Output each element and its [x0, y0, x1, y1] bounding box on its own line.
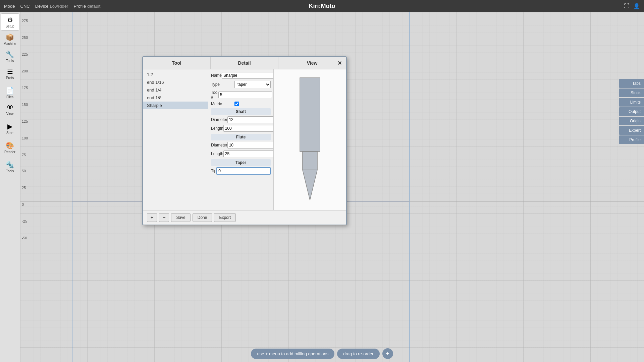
- sidebar-label-start: Start: [6, 131, 13, 135]
- tab-output[interactable]: Output: [619, 107, 644, 116]
- name-row: Name: [211, 72, 271, 79]
- mode-menu[interactable]: Mode: [4, 4, 15, 9]
- user-icon[interactable]: 👤: [633, 3, 640, 9]
- flute-length-label: Length: [211, 152, 223, 156]
- start-icon: ▶: [7, 122, 12, 130]
- save-button[interactable]: Save: [171, 213, 190, 222]
- type-select[interactable]: ball end taper drag: [234, 81, 271, 88]
- shaft-length-label: Length: [211, 126, 223, 131]
- setup-icon: ⚙: [7, 16, 13, 24]
- remove-tool-button[interactable]: −: [159, 213, 169, 222]
- close-button[interactable]: ✕: [335, 59, 343, 67]
- left-sidebar: ⚙ Setup 📦 Machine 🔧 Tools ☰ Prefs 📄 File…: [0, 12, 20, 362]
- y-label-200: 200: [22, 69, 28, 73]
- type-label: Type: [211, 82, 234, 87]
- y-label-275: 275: [22, 19, 28, 23]
- svg-rect-0: [300, 78, 320, 152]
- tool-num-row: Tool #: [211, 90, 271, 100]
- metric-label: Metric: [211, 102, 234, 106]
- tab-limits[interactable]: Limits: [619, 98, 644, 107]
- y-label-50: 50: [22, 169, 26, 173]
- type-row: Type ball end taper drag: [211, 81, 271, 88]
- y-label-25: 25: [22, 186, 26, 190]
- tools2-icon: 🔩: [6, 161, 14, 169]
- y-label-75: 75: [22, 153, 26, 157]
- flute-diameter-label: Diameter: [211, 143, 227, 147]
- files-icon: 📄: [6, 86, 14, 95]
- render-icon: 🎨: [6, 141, 14, 149]
- tool-list-item-3[interactable]: end 1/4: [143, 86, 208, 94]
- sidebar-label-setup: Setup: [5, 24, 14, 28]
- top-bar: Mode CNC Device LowRider Profile default…: [0, 0, 644, 12]
- tool-visualization: [290, 76, 330, 203]
- shaft-length-input[interactable]: [223, 125, 274, 132]
- y-label-0: 0: [22, 202, 24, 206]
- sidebar-item-view[interactable]: 👁 View: [1, 102, 19, 118]
- flute-diameter-input[interactable]: [227, 142, 274, 148]
- export-button[interactable]: Export: [214, 213, 236, 222]
- device-menu[interactable]: Device LowRider: [35, 4, 68, 9]
- tab-expert[interactable]: Expert: [619, 126, 644, 135]
- sidebar-item-setup[interactable]: ⚙ Setup: [1, 13, 19, 31]
- profile-menu[interactable]: Profile default: [73, 4, 100, 9]
- tool-list-item-4[interactable]: end 1/8: [143, 94, 208, 102]
- flute-length-row: Length: [211, 150, 271, 157]
- sidebar-item-tools[interactable]: 🔧 Tools: [1, 48, 19, 65]
- tab-stock[interactable]: Stock: [619, 88, 644, 97]
- dialog-body: 1.2 end 1/16 end 1/4 end 1/8 Sharpie Nam…: [143, 69, 346, 210]
- sidebar-label-tools2: Tools: [6, 169, 14, 173]
- flute-diameter-row: Diameter: [211, 142, 271, 148]
- flute-header: Flute: [211, 134, 271, 140]
- sidebar-item-machine[interactable]: 📦 Machine: [1, 31, 19, 48]
- y-label-150: 150: [22, 103, 28, 107]
- tool-list-item-1[interactable]: 1.2: [143, 71, 208, 78]
- sidebar-label-machine: Machine: [4, 42, 16, 46]
- tool-list-panel: 1.2 end 1/16 end 1/4 end 1/8 Sharpie: [143, 69, 208, 210]
- shaft-diameter-row: Diameter: [211, 116, 271, 123]
- y-label-neg25: -25: [22, 219, 27, 223]
- metric-checkbox[interactable]: [234, 102, 239, 106]
- tool-num-input[interactable]: [218, 92, 272, 98]
- sidebar-label-render: Render: [4, 150, 15, 154]
- y-label-125: 125: [22, 119, 28, 123]
- flute-length-input[interactable]: [223, 150, 274, 157]
- tab-origin[interactable]: Origin: [619, 117, 644, 125]
- sidebar-item-start[interactable]: ▶ Start: [1, 120, 19, 137]
- sidebar-item-files[interactable]: 📄 Files: [1, 84, 19, 101]
- sidebar-item-prefs[interactable]: ☰ Prefs: [1, 65, 19, 82]
- tool-list-item-5[interactable]: Sharpie: [143, 102, 208, 109]
- dialog-tab-detail[interactable]: Detail: [211, 57, 278, 69]
- y-label-100: 100: [22, 136, 28, 140]
- tip-input[interactable]: [216, 167, 271, 175]
- bottom-add-button[interactable]: +: [382, 348, 393, 359]
- svg-rect-1: [303, 152, 317, 170]
- cnc-menu[interactable]: CNC: [20, 4, 30, 9]
- done-button[interactable]: Done: [193, 213, 212, 222]
- dialog-header: Tool Detail View ✕: [143, 57, 346, 69]
- svg-marker-2: [303, 170, 317, 200]
- app-title: Kiri:Moto: [309, 3, 335, 10]
- sidebar-item-render[interactable]: 🎨 Render: [1, 139, 19, 156]
- tool-list-item-2[interactable]: end 1/16: [143, 78, 208, 86]
- dialog-tab-tool[interactable]: Tool: [143, 57, 211, 69]
- shaft-diameter-input[interactable]: [227, 116, 274, 123]
- fullscreen-icon[interactable]: ⛶: [624, 3, 629, 9]
- add-tool-button[interactable]: +: [147, 213, 157, 222]
- detail-panel: Name Type ball end taper drag Tool #: [208, 69, 274, 210]
- shaft-diameter-label: Diameter: [211, 117, 227, 122]
- metric-row: Metric: [211, 102, 271, 106]
- name-input[interactable]: [222, 72, 274, 79]
- tip-row: Tip: [211, 167, 271, 175]
- tab-tabs[interactable]: Tabs: [619, 79, 644, 88]
- sidebar-item-tools2[interactable]: 🔩 Tools: [1, 159, 19, 175]
- y-label-250: 250: [22, 36, 28, 40]
- dialog-footer: + − Save Done Export: [143, 210, 346, 225]
- tools-icon: 🔧: [6, 50, 14, 58]
- tip-label: Tip: [211, 169, 216, 173]
- shaft-length-row: Length: [211, 125, 271, 132]
- shaft-header: Shaft: [211, 108, 271, 115]
- tab-profile[interactable]: Profile: [619, 135, 644, 144]
- name-label: Name: [211, 73, 222, 78]
- guide-vertical-2: [409, 12, 410, 362]
- sidebar-label-prefs: Prefs: [6, 76, 14, 80]
